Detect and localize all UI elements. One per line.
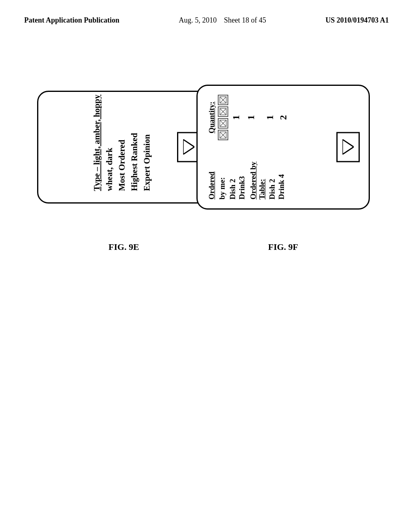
fig9f-drink4-label: Drink 4 [277, 174, 286, 200]
fig9e-line-3: Most Ordered [117, 95, 127, 191]
publication-date: Aug. 5, 2010 Sheet 18 of 45 [179, 16, 266, 25]
fig9f-right-col: Quantity: [207, 95, 289, 140]
fig9f-row-dish2-table: Dish 2 [268, 144, 277, 200]
fig9f-drink3-label: Drink3 [238, 176, 246, 200]
fig9e-line-4: Highest Ranked [129, 95, 140, 191]
fig9e-line-5: Expert Opinion [142, 95, 152, 191]
fig9f-dish2-label: Dish 2 [228, 179, 237, 200]
figure-9f-container: Ordered by me: Dish 2 Drink3 Ordered by … [221, 60, 346, 252]
fig9f-row-drink4: Drink 4 [277, 144, 286, 200]
fig9e-panel: Type – light, amber, hoppy wheat, dark M… [37, 91, 211, 204]
svg-marker-13 [342, 139, 354, 154]
publication-title: Patent Application Publication [24, 16, 119, 25]
patent-number: US 2010/0194703 A1 [325, 16, 389, 25]
fig9f-qty-1a: 1 [231, 115, 242, 120]
fig9f-panel: Ordered by me: Dish 2 Drink3 Ordered by … [196, 85, 370, 210]
fig9f-qty-1c: 1 [265, 115, 275, 120]
fig9f-row-drink3: Drink3 [238, 144, 246, 200]
fig9f-icon-1 [218, 130, 228, 140]
fig9e-line-2: wheat, dark [104, 95, 115, 191]
fig9f-icons-row [218, 95, 228, 140]
figure-9e-container: Type – light, amber, hoppy wheat, dark M… [67, 60, 180, 252]
fig9f-row-dish2: Dish 2 [228, 144, 237, 200]
figures-area: Type – light, amber, hoppy wheat, dark M… [20, 60, 393, 252]
fig9f-qty-2: 2 [278, 115, 289, 120]
fig9f-icon-2 [218, 118, 228, 129]
fig9e-lines: Type – light, amber, hoppy wheat, dark M… [92, 95, 152, 191]
fig9f-left-col: Ordered by me: Dish 2 Drink3 Ordered by … [207, 144, 289, 200]
fig9e-caption: FIG. 9E [108, 242, 139, 252]
fig9f-ordered-label: Ordered [207, 144, 216, 200]
fig9f-by-me-label: by me: [218, 144, 227, 200]
fig9f-icon-4 [218, 95, 228, 105]
svg-marker-0 [183, 139, 194, 154]
fig9f-dish2-table-label: Dish 2 [268, 179, 277, 200]
fig9f-ordered-table-label: Ordered by Table: [249, 144, 267, 200]
page-header: Patent Application Publication Aug. 5, 2… [0, 16, 413, 25]
fig9f-top-section: Ordered by me: Dish 2 Drink3 Ordered by … [207, 95, 289, 200]
fig9f-qty-1b: 1 [246, 115, 257, 120]
fig9f-icon-3 [218, 106, 228, 117]
fig9e-line-1: Type – light, amber, hoppy [92, 95, 102, 191]
fig9f-quantity-label: Quantity: [207, 102, 216, 133]
fig9f-dropdown-arrow[interactable] [336, 132, 360, 162]
fig9f-caption: FIG. 9F [268, 242, 298, 252]
